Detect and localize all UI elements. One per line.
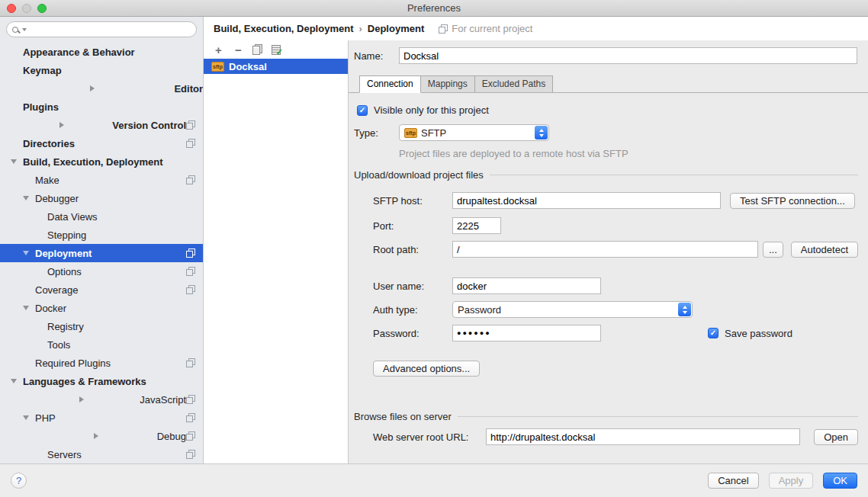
project-scope-icon xyxy=(186,175,195,184)
sidebar-item-php[interactable]: PHP xyxy=(0,409,203,427)
sidebar-item-appearance-behavior[interactable]: Appearance & Behavior xyxy=(0,43,203,61)
type-value: SFTP xyxy=(421,127,446,139)
titlebar: Preferences xyxy=(0,0,868,17)
browse-root-button[interactable]: ... xyxy=(763,242,783,258)
deployment-settings-form: Name: Connection Mappings Excluded Paths… xyxy=(349,40,868,463)
settings-sidebar: Appearance & Behavior Keymap Editor Plug… xyxy=(0,17,204,463)
web-root-label: Web server root URL: xyxy=(373,431,486,443)
tab-connection[interactable]: Connection xyxy=(359,75,421,93)
expanded-arrow-icon[interactable] xyxy=(23,306,35,310)
sidebar-item-editor[interactable]: Editor xyxy=(0,79,203,98)
tab-bar: Connection Mappings Excluded Paths xyxy=(354,75,858,93)
collapsed-arrow-icon[interactable] xyxy=(23,396,140,402)
type-select[interactable]: sftp SFTP xyxy=(399,124,549,141)
breadcrumb-category[interactable]: Build, Execution, Deployment xyxy=(214,23,353,34)
sidebar-item-directories[interactable]: Directories xyxy=(0,134,203,152)
test-connection-button[interactable]: Test SFTP connection... xyxy=(730,193,855,209)
sidebar-item-build-execution-deployment[interactable]: Build, Execution, Deployment xyxy=(0,152,203,171)
settings-nav: Appearance & Behavior Keymap Editor Plug… xyxy=(0,43,203,463)
server-list-panel: + − sftp Docksal xyxy=(204,40,349,463)
expanded-arrow-icon[interactable] xyxy=(23,415,35,420)
collapsed-arrow-icon[interactable] xyxy=(35,433,157,439)
sidebar-item-registry[interactable]: Registry xyxy=(0,317,203,335)
password-field[interactable] xyxy=(452,325,601,341)
server-list-item[interactable]: sftp Docksal xyxy=(204,59,348,74)
root-path-label: Root path: xyxy=(373,244,452,255)
sidebar-item-options[interactable]: Options xyxy=(0,262,203,281)
sidebar-item-stepping[interactable]: Stepping xyxy=(0,226,203,244)
zoom-button[interactable] xyxy=(37,4,47,13)
sidebar-item-required-plugins[interactable]: Required Plugins xyxy=(0,354,203,372)
sidebar-item-languages-frameworks[interactable]: Languages & Frameworks xyxy=(0,372,203,390)
port-label: Port: xyxy=(373,220,452,232)
auth-type-label: Auth type: xyxy=(373,304,452,316)
root-path-field[interactable] xyxy=(452,241,758,258)
sidebar-item-javascript[interactable]: JavaScript xyxy=(0,390,203,409)
section-divider xyxy=(490,175,858,175)
use-as-default-icon[interactable] xyxy=(271,44,281,55)
save-password-checkbox[interactable]: ✓ xyxy=(708,328,719,338)
save-password-label: Save password xyxy=(725,328,792,339)
search-options-caret-icon[interactable] xyxy=(22,28,27,31)
section-divider xyxy=(458,416,858,417)
advanced-options-button[interactable]: Advanced options... xyxy=(373,361,480,377)
search-icon xyxy=(12,27,18,33)
select-stepper-icon xyxy=(678,303,691,316)
sftp-host-label: SFTP host: xyxy=(373,195,452,207)
sidebar-item-data-views[interactable]: Data Views xyxy=(0,207,203,226)
help-button[interactable]: ? xyxy=(11,473,27,489)
collapsed-arrow-icon[interactable] xyxy=(11,85,174,91)
expanded-arrow-icon[interactable] xyxy=(11,159,23,164)
settings-search-input[interactable] xyxy=(6,21,197,37)
apply-button[interactable]: Apply xyxy=(769,473,814,489)
auth-type-value: Password xyxy=(458,304,501,316)
traffic-lights xyxy=(7,0,47,16)
browse-section-header: Browse files on server xyxy=(354,411,858,422)
copy-icon[interactable] xyxy=(252,44,262,55)
close-button[interactable] xyxy=(7,4,16,13)
name-label: Name: xyxy=(354,50,399,62)
project-scope-icon xyxy=(186,139,195,148)
visible-only-checkbox[interactable]: ✓ xyxy=(357,105,368,116)
sidebar-item-debug[interactable]: Debug xyxy=(0,427,203,445)
minimize-button xyxy=(22,4,31,13)
expanded-arrow-icon[interactable] xyxy=(11,379,23,383)
sidebar-item-coverage[interactable]: Coverage xyxy=(0,281,203,299)
open-button[interactable]: Open xyxy=(814,429,858,445)
user-name-field[interactable] xyxy=(452,277,601,294)
upload-section-header: Upload/download project files xyxy=(354,169,858,181)
sidebar-item-make[interactable]: Make xyxy=(0,171,203,189)
cancel-button[interactable]: Cancel xyxy=(708,473,758,489)
port-field[interactable] xyxy=(452,217,501,234)
sidebar-item-tools[interactable]: Tools xyxy=(0,335,203,354)
collapsed-arrow-icon[interactable] xyxy=(11,122,112,128)
name-field[interactable] xyxy=(399,47,857,64)
project-scope-icon xyxy=(186,395,195,404)
project-scope-icon xyxy=(186,431,195,441)
web-root-field[interactable] xyxy=(486,428,800,445)
sftp-host-field[interactable] xyxy=(452,192,721,209)
project-scope-icon xyxy=(439,24,448,34)
tab-excluded-paths[interactable]: Excluded Paths xyxy=(475,75,553,93)
sidebar-item-plugins[interactable]: Plugins xyxy=(0,98,203,116)
remove-icon[interactable]: − xyxy=(233,44,244,56)
sidebar-item-keymap[interactable]: Keymap xyxy=(0,61,203,79)
user-name-label: User name: xyxy=(373,281,452,292)
project-scope-icon xyxy=(186,120,195,130)
auth-type-select[interactable]: Password xyxy=(452,301,693,318)
ok-button[interactable]: OK xyxy=(823,473,857,489)
expanded-arrow-icon[interactable] xyxy=(23,196,35,200)
project-scope-icon xyxy=(186,285,195,294)
sidebar-item-deployment[interactable]: Deployment xyxy=(0,244,203,262)
sidebar-item-docker[interactable]: Docker xyxy=(0,299,203,317)
project-scope-icon xyxy=(186,248,195,258)
add-icon[interactable]: + xyxy=(213,44,224,56)
tab-mappings[interactable]: Mappings xyxy=(421,75,475,93)
dialog-footer: ? Cancel Apply OK xyxy=(0,463,868,497)
autodetect-button[interactable]: Autodetect xyxy=(791,242,858,258)
sidebar-item-debugger[interactable]: Debugger xyxy=(0,189,203,207)
sidebar-item-version-control[interactable]: Version Control xyxy=(0,116,203,134)
expanded-arrow-icon[interactable] xyxy=(23,251,35,255)
preferences-window: Preferences Appearance & Behavior Keymap… xyxy=(0,0,868,497)
sidebar-item-servers[interactable]: Servers xyxy=(0,445,203,463)
